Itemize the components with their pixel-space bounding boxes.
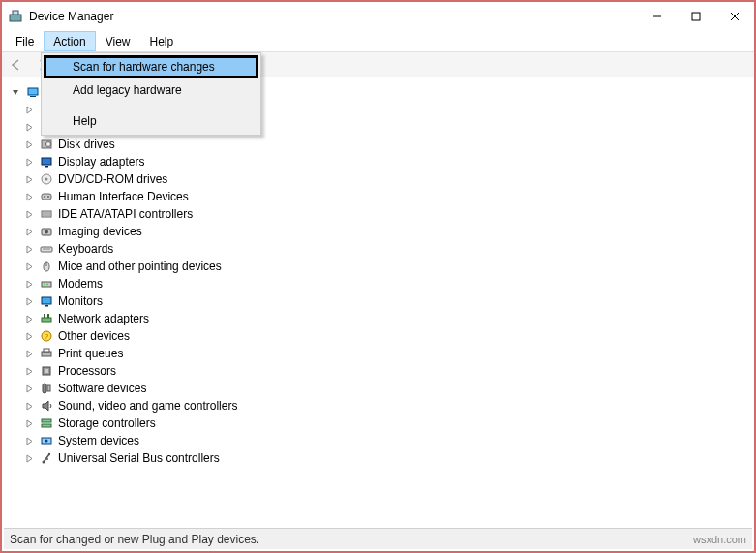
svg-rect-13 bbox=[42, 158, 51, 165]
menu-help-item[interactable]: Help bbox=[44, 109, 258, 133]
chevron-right-icon[interactable] bbox=[23, 261, 35, 272]
tree-node[interactable]: Sound, video and game controllers bbox=[23, 397, 752, 415]
menu-view[interactable]: View bbox=[96, 31, 140, 51]
maximize-button[interactable] bbox=[677, 2, 715, 31]
chevron-right-icon[interactable] bbox=[23, 243, 35, 255]
statusbar: Scan for changed or new Plug and Play de… bbox=[4, 528, 752, 549]
svg-point-12 bbox=[46, 142, 51, 147]
tree-node-label: Keyboards bbox=[58, 242, 113, 256]
display-icon bbox=[39, 154, 54, 169]
svg-rect-34 bbox=[42, 318, 51, 322]
tree-node-label: System devices bbox=[58, 434, 139, 447]
tree-node[interactable]: Keyboards bbox=[23, 240, 752, 258]
chevron-right-icon[interactable] bbox=[23, 295, 35, 307]
svg-point-52 bbox=[46, 458, 48, 460]
chevron-right-icon[interactable] bbox=[23, 138, 35, 150]
chevron-right-icon[interactable] bbox=[23, 226, 35, 237]
tree-node[interactable]: Processors bbox=[23, 362, 752, 380]
tree-node-label: Network adapters bbox=[58, 312, 149, 325]
usb-icon bbox=[39, 450, 54, 466]
chevron-right-icon[interactable] bbox=[23, 191, 35, 202]
modem-icon bbox=[39, 276, 54, 292]
chevron-right-icon[interactable] bbox=[23, 435, 35, 446]
chevron-right-icon[interactable] bbox=[23, 383, 35, 394]
tree-node[interactable]: System devices bbox=[23, 432, 752, 449]
tree-node[interactable]: Display adapters bbox=[23, 153, 752, 170]
chevron-right-icon[interactable] bbox=[23, 173, 35, 185]
menu-file[interactable]: File bbox=[6, 31, 44, 51]
svg-rect-45 bbox=[42, 419, 51, 422]
monitor-icon bbox=[39, 293, 54, 309]
chevron-right-icon[interactable] bbox=[23, 348, 35, 359]
tree-node[interactable]: Print queues bbox=[23, 345, 752, 362]
disk-icon bbox=[39, 137, 54, 152]
tree-node[interactable]: IDE ATA/ATAPI controllers bbox=[23, 205, 752, 223]
svg-rect-14 bbox=[45, 166, 48, 168]
tree-node[interactable]: Human Interface Devices bbox=[23, 188, 752, 205]
chevron-right-icon[interactable] bbox=[23, 400, 35, 412]
chevron-right-icon[interactable] bbox=[23, 104, 35, 115]
tree-node-label: Print queues bbox=[58, 347, 123, 360]
chevron-right-icon[interactable] bbox=[23, 121, 35, 133]
software-icon bbox=[39, 381, 54, 396]
menu-help[interactable]: Help bbox=[140, 31, 184, 51]
svg-point-24 bbox=[45, 230, 48, 234]
tree-node[interactable]: Modems bbox=[23, 275, 752, 292]
svg-rect-44 bbox=[47, 385, 50, 391]
svg-point-18 bbox=[44, 196, 45, 198]
tree-node-label: Sound, video and game controllers bbox=[58, 399, 237, 413]
tree-node[interactable]: ?Other devices bbox=[23, 327, 752, 345]
chevron-right-icon[interactable] bbox=[23, 330, 35, 342]
svg-point-16 bbox=[45, 178, 48, 181]
svg-point-31 bbox=[46, 284, 48, 286]
tree-node[interactable]: Universal Serial Bus controllers bbox=[23, 449, 752, 467]
tree-node[interactable]: Mice and other pointing devices bbox=[23, 258, 752, 275]
tree-node-label: Mice and other pointing devices bbox=[58, 260, 222, 273]
tree-node[interactable]: Imaging devices bbox=[23, 223, 752, 240]
storage-icon bbox=[39, 415, 54, 431]
tree-node[interactable]: Software devices bbox=[23, 380, 752, 397]
computer-root-icon bbox=[25, 84, 41, 100]
chevron-right-icon[interactable] bbox=[23, 208, 35, 220]
menu-add-legacy[interactable]: Add legacy hardware bbox=[44, 78, 258, 102]
chevron-right-icon[interactable] bbox=[23, 452, 35, 464]
system-icon bbox=[39, 433, 54, 448]
menu-scan-hardware[interactable]: Scan for hardware changes bbox=[44, 55, 258, 78]
chevron-down-icon[interactable] bbox=[10, 86, 21, 98]
other-icon: ? bbox=[39, 328, 54, 344]
tree-node-label: Monitors bbox=[58, 294, 103, 308]
dvd-icon bbox=[39, 171, 54, 187]
tree-node-label: IDE ATA/ATAPI controllers bbox=[58, 207, 193, 221]
tree-node[interactable]: Disk drives bbox=[23, 136, 752, 153]
titlebar: Device Manager bbox=[2, 2, 754, 31]
sound-icon bbox=[39, 398, 54, 414]
mouse-icon bbox=[39, 259, 54, 274]
svg-line-50 bbox=[44, 454, 49, 462]
chevron-right-icon[interactable] bbox=[23, 156, 35, 168]
svg-rect-3 bbox=[692, 13, 700, 20]
chevron-right-icon[interactable] bbox=[23, 278, 35, 290]
status-text: Scan for changed or new Plug and Play de… bbox=[10, 533, 259, 546]
svg-rect-6 bbox=[28, 88, 38, 95]
svg-rect-1 bbox=[13, 11, 18, 15]
close-button[interactable] bbox=[715, 2, 754, 31]
hid-icon bbox=[39, 189, 54, 204]
tree-node[interactable]: Network adapters bbox=[23, 310, 752, 327]
chevron-right-icon[interactable] bbox=[23, 365, 35, 377]
tree-node[interactable]: DVD/CD-ROM drives bbox=[23, 170, 752, 188]
chevron-right-icon[interactable] bbox=[23, 313, 35, 324]
tree-node[interactable]: Storage controllers bbox=[23, 415, 752, 432]
window-controls bbox=[638, 2, 754, 31]
cpu-icon bbox=[39, 363, 54, 379]
menu-action[interactable]: Action bbox=[44, 31, 95, 51]
back-button[interactable] bbox=[6, 54, 27, 76]
tree-node[interactable]: Monitors bbox=[23, 292, 752, 310]
svg-rect-43 bbox=[43, 384, 46, 393]
chevron-right-icon[interactable] bbox=[23, 417, 35, 429]
svg-rect-20 bbox=[42, 211, 51, 217]
svg-rect-46 bbox=[42, 424, 51, 427]
print-icon bbox=[39, 346, 54, 361]
tree-node-label: Other devices bbox=[58, 329, 130, 343]
minimize-button[interactable] bbox=[638, 2, 677, 31]
svg-rect-39 bbox=[42, 352, 51, 356]
